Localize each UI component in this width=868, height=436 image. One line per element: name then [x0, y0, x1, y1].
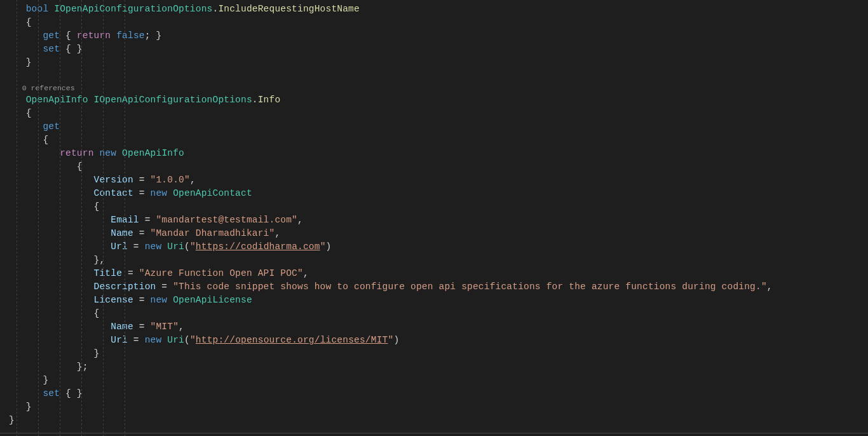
keyword-get: get — [43, 121, 60, 132]
code-line[interactable]: set { } — [9, 43, 868, 56]
indent — [9, 388, 43, 399]
brace-close: } — [9, 415, 15, 425]
code-line[interactable]: OpenApiInfo IOpenApiConfigurationOptions… — [9, 93, 868, 107]
code-area[interactable]: bool IOpenApiConfigurationOptions.Includ… — [0, 3, 868, 427]
code-line[interactable]: } — [9, 347, 868, 360]
keyword-return: return — [77, 31, 111, 41]
assign: = — [122, 268, 139, 278]
keyword-return: return — [60, 148, 93, 158]
code-line[interactable]: { — [9, 107, 868, 120]
code-line[interactable]: Description = "This code snippet shows h… — [9, 280, 868, 294]
quote: " — [320, 242, 326, 252]
assign: = — [133, 295, 151, 305]
string-version: "1.0.0" — [151, 175, 190, 185]
code-line[interactable]: return new OpenApiInfo — [9, 147, 868, 160]
assign: = — [133, 175, 151, 185]
code-line[interactable]: Name = "MIT", — [9, 320, 868, 334]
keyword-false: false — [116, 31, 145, 41]
quote: " — [190, 335, 196, 345]
indent — [9, 17, 26, 27]
prop-url: Url — [111, 242, 128, 252]
editor-bottom-border — [0, 433, 868, 433]
code-line[interactable]: Title = "Azure Function Open API POC", — [9, 267, 868, 280]
rparen: ) — [326, 242, 332, 252]
brace-open: { — [26, 17, 32, 27]
code-line[interactable]: } — [9, 414, 868, 427]
assign: = — [128, 242, 145, 252]
assign: = — [133, 188, 151, 198]
prop-url: Url — [111, 335, 128, 345]
keyword-new: new — [151, 295, 168, 305]
space — [111, 31, 116, 41]
code-line[interactable]: { — [9, 133, 868, 147]
brace-open: { — [43, 135, 48, 145]
comma: , — [179, 322, 184, 332]
code-line[interactable]: } — [9, 400, 868, 414]
brace-close: } — [26, 402, 32, 412]
code-line[interactable]: { — [9, 160, 868, 174]
indent — [9, 268, 94, 278]
dot: . — [252, 95, 258, 105]
rparen: ) — [393, 335, 399, 345]
string-email: "mandartest@testmail.com" — [156, 215, 297, 225]
space — [48, 4, 54, 14]
space — [161, 242, 167, 252]
url-link[interactable]: https://codidharma.com — [196, 242, 320, 252]
assign: = — [133, 228, 151, 238]
code-line[interactable]: { — [9, 307, 868, 320]
code-line[interactable]: }; — [9, 360, 868, 374]
code-line[interactable]: Url = new Uri("http://opensource.org/lic… — [9, 334, 868, 347]
prop-name: Name — [111, 228, 133, 238]
keyword-new: new — [99, 148, 116, 158]
brace-close: } — [26, 57, 32, 67]
keyword-new: new — [145, 242, 162, 252]
indent — [9, 215, 111, 225]
comma: , — [767, 282, 773, 292]
code-editor[interactable]: bool IOpenApiConfigurationOptions.Includ… — [0, 0, 868, 436]
keyword-new: new — [145, 335, 162, 345]
code-line-blank[interactable] — [9, 69, 868, 83]
indent — [9, 375, 43, 385]
code-line[interactable]: } — [9, 56, 868, 69]
code-line[interactable]: bool IOpenApiConfigurationOptions.Includ… — [9, 3, 868, 16]
code-line[interactable]: License = new OpenApiLicense — [9, 294, 868, 307]
member-name: IncludeRequestingHostName — [218, 4, 360, 14]
indent — [9, 322, 111, 332]
indent — [9, 228, 111, 238]
brace-open: { — [26, 108, 32, 118]
prop-email: Email — [111, 215, 139, 225]
indent — [9, 57, 26, 67]
assign: = — [128, 335, 145, 345]
lparen: ( — [184, 335, 190, 345]
indent — [9, 135, 43, 145]
code-line[interactable]: Name = "Mandar Dharmadhikari", — [9, 227, 868, 240]
comma: , — [303, 268, 309, 278]
code-line[interactable]: { — [9, 200, 868, 214]
code-line[interactable]: } — [9, 374, 868, 387]
space — [167, 295, 173, 305]
code-line[interactable]: Version = "1.0.0", — [9, 174, 868, 187]
keyword-set: set — [43, 44, 60, 54]
code-line[interactable]: }, — [9, 254, 868, 267]
code-line[interactable]: get — [9, 120, 868, 133]
code-line[interactable]: { — [9, 16, 868, 29]
string-contactname: "Mandar Dharmadhikari" — [151, 228, 275, 238]
code-line[interactable]: Url = new Uri("https://codidharma.com") — [9, 240, 868, 254]
indent — [9, 108, 26, 118]
indent — [9, 148, 60, 158]
assign: = — [133, 322, 151, 332]
brace-close: ; } — [145, 31, 162, 41]
code-line[interactable]: Email = "mandartest@testmail.com", — [9, 214, 868, 227]
lparen: ( — [184, 242, 190, 252]
string-licensename: "MIT" — [151, 322, 179, 332]
brace-open: { — [60, 31, 77, 41]
prop-version: Version — [94, 175, 133, 185]
code-line[interactable]: Contact = new OpenApiContact — [9, 187, 868, 200]
code-line[interactable]: get { return false; } — [9, 29, 868, 43]
code-line[interactable]: set { } — [9, 387, 868, 400]
codelens-references[interactable]: 0 references — [9, 83, 868, 93]
keyword-get: get — [43, 31, 60, 41]
brace-empty: { } — [60, 44, 83, 54]
url-link[interactable]: http://opensource.org/licenses/MIT — [196, 335, 388, 345]
indent — [9, 308, 94, 318]
